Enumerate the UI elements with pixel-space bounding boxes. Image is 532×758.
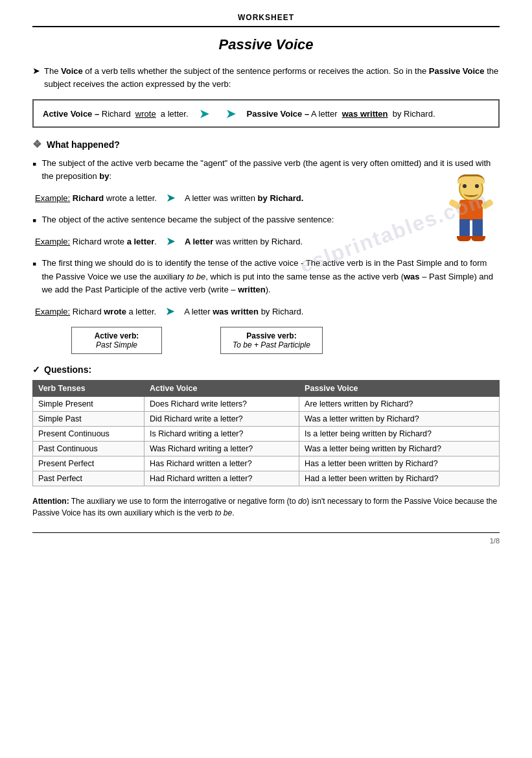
cartoon-shoe-l <box>457 236 471 241</box>
example-line-1: Example: Richard wrote a letter. ➤ A let… <box>35 189 435 207</box>
cell-active-voice: Does Richard write letters? <box>144 396 299 411</box>
arrow-marker-icon: ➤ <box>32 65 40 76</box>
verb-tenses-table: Verb Tenses Active Voice Passive Voice S… <box>32 380 500 486</box>
passive-verb: was written <box>342 109 388 119</box>
attention-label: Attention: <box>32 497 69 506</box>
passive-voice-label: Passive Voice – A letter was written by … <box>247 109 435 119</box>
example2-result: A letter was written by Richard. <box>185 235 303 248</box>
cartoon-body <box>459 200 483 220</box>
arrow-blue-icon-1: ➤ <box>166 189 176 207</box>
verb-box-passive: Passive verb: To be + Past Participle <box>220 327 323 354</box>
example1-label: Example: Richard wrote a letter. <box>35 192 157 205</box>
cell-verb-tense: Present Continuous <box>33 426 145 441</box>
check-icon: ✓ <box>32 364 40 375</box>
cartoon-leg-r <box>472 219 483 237</box>
intro-block: ➤ The Voice of a verb tells whether the … <box>32 65 500 90</box>
bullet-1-block: ▪ The subject of the active verb became … <box>32 157 500 183</box>
cell-verb-tense: Past Perfect <box>33 471 145 486</box>
verb-box-passive-title: Passive verb: <box>233 331 310 340</box>
bullet-3-block: ▪ The first thing we should do is to ide… <box>32 257 500 296</box>
cell-verb-tense: Present Perfect <box>33 456 145 471</box>
example3-result: A letter was written by Richard. <box>184 305 303 318</box>
page-header: WORKSHEET <box>32 13 500 27</box>
cartoon-figure <box>441 176 500 241</box>
col-header-active-voice: Active Voice <box>144 380 299 396</box>
cell-active-voice: Did Richard write a letter? <box>144 411 299 426</box>
cell-passive-voice: Are letters written by Richard? <box>299 396 500 411</box>
bullet-sq-icon-2: ▪ <box>32 215 36 226</box>
cell-active-voice: Was Richard writing a letter? <box>144 441 299 456</box>
arrow-right-icon: ➤ <box>199 106 210 121</box>
col-header-passive-voice: Passive Voice <box>299 380 500 396</box>
active-verb: wrote <box>135 109 156 119</box>
table-row: Present ContinuousIs Richard writing a l… <box>33 426 500 441</box>
bullet-sq-icon: ▪ <box>32 158 36 170</box>
page: eslprintables.com WORKSHEET Passive Voic… <box>0 0 532 758</box>
header-title: WORKSHEET <box>238 13 294 22</box>
table-row: Past PerfectHad Richard written a letter… <box>33 471 500 486</box>
page-title: Passive Voice <box>32 36 500 53</box>
col-header-verb-tenses: Verb Tenses <box>33 380 145 396</box>
bullet-2-text: The object of the active sentence became… <box>41 213 334 226</box>
example-line-2: Example: Richard wrote a letter. ➤ A let… <box>35 233 435 250</box>
cartoon-arm-r <box>481 198 494 210</box>
verb-box-active: Active verb: Past Simple <box>71 327 162 354</box>
footer: 1/8 <box>32 532 500 545</box>
cartoon-hair <box>457 174 485 184</box>
questions-section: ✓ Questions: Verb Tenses Active Voice Pa… <box>32 364 500 486</box>
bullet-1-text: The subject of the active verb became th… <box>41 157 500 183</box>
cell-passive-voice: Has a letter been written by Richard? <box>299 456 500 471</box>
questions-heading: Questions: <box>44 364 91 375</box>
cell-active-voice: Had Richard written a letter? <box>144 471 299 486</box>
example-line-3: Example: Richard wrote a letter. ➤ A let… <box>35 303 500 320</box>
arrow-blue-icon-2: ➤ <box>166 233 176 250</box>
cell-verb-tense: Simple Present <box>33 396 145 411</box>
cell-verb-tense: Simple Past <box>33 411 145 426</box>
bullet-3-text: The first thing we should do is to ident… <box>41 257 500 296</box>
example3-label: Example: Richard wrote a letter. <box>35 305 156 318</box>
example1-container: Example: Richard wrote a letter. ➤ A let… <box>32 189 500 207</box>
table-row: Past ContinuousWas Richard writing a let… <box>33 441 500 456</box>
attention-block: Attention: The auxiliary we use to form … <box>32 495 500 519</box>
verb-box-active-title: Active verb: <box>84 331 150 340</box>
verb-boxes: Active verb: Past Simple Passive verb: T… <box>71 327 500 354</box>
example-box: Active Voice – Richard wrote a letter. ➤… <box>32 99 500 128</box>
section-heading: What happened? <box>47 139 120 150</box>
arrow-blue-icon-3: ➤ <box>165 303 175 320</box>
cell-active-voice: Has Richard written a letter? <box>144 456 299 471</box>
verb-box-active-sub: Past Simple <box>84 340 150 349</box>
example1-result: A letter was written by Richard. <box>185 192 304 205</box>
table-header-row: Verb Tenses Active Voice Passive Voice <box>33 380 500 396</box>
page-number: 1/8 <box>490 537 500 545</box>
bullet-sq-icon-3: ▪ <box>32 258 36 270</box>
arrow-right-icon2: ➤ <box>226 106 237 121</box>
cell-active-voice: Is Richard writing a letter? <box>144 426 299 441</box>
table-row: Simple PresentDoes Richard write letters… <box>33 396 500 411</box>
table-row: Simple PastDid Richard write a letter?Wa… <box>33 411 500 426</box>
diamond-icon: ❖ <box>32 138 41 150</box>
attention-text: The auxiliary we use to form the interro… <box>32 497 497 518</box>
questions-header: ✓ Questions: <box>32 364 500 375</box>
cell-passive-voice: Was a letter written by Richard? <box>299 411 500 426</box>
cartoon-drawing <box>441 176 500 248</box>
active-voice-label: Active Voice – Richard wrote a letter. <box>43 109 189 119</box>
table-row: Present PerfectHas Richard written a let… <box>33 456 500 471</box>
example2-label: Example: Richard wrote a letter. <box>35 235 157 248</box>
cell-passive-voice: Had a letter been written by Richard? <box>299 471 500 486</box>
verb-box-passive-sub: To be + Past Participle <box>233 340 310 349</box>
cell-passive-voice: Is a letter being written by Richard? <box>299 426 500 441</box>
intro-text: The Voice of a verb tells whether the su… <box>44 65 500 90</box>
bullet-2-block: ▪ The object of the active sentence beca… <box>32 213 435 226</box>
cell-verb-tense: Past Continuous <box>33 441 145 456</box>
cell-passive-voice: Was a letter being written by Richard? <box>299 441 500 456</box>
section-header-what-happened: ❖ What happened? <box>32 138 500 150</box>
cartoon-leg-l <box>459 219 470 237</box>
cartoon-shoe-r <box>471 236 485 241</box>
